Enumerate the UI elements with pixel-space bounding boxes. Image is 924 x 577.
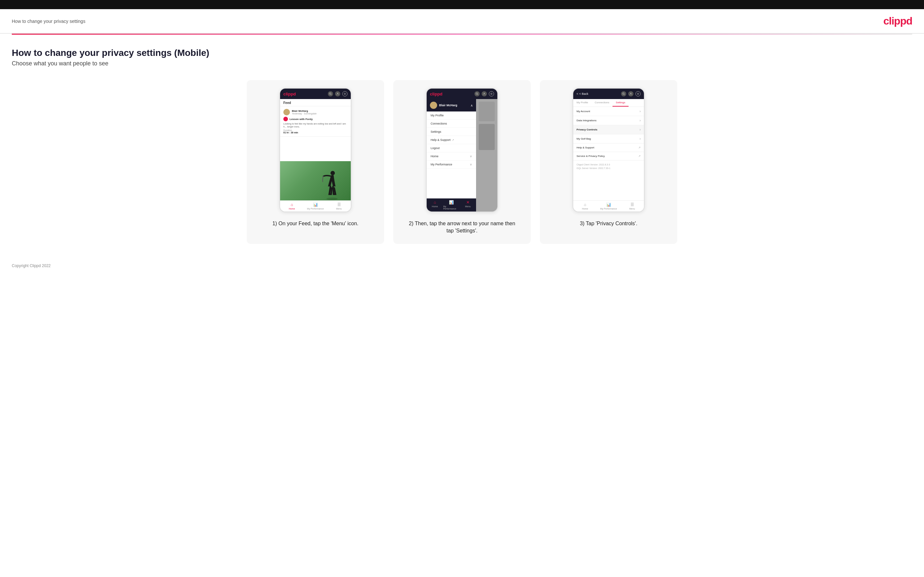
app-bar-logo-1: clippd xyxy=(283,92,296,97)
search-icon-3 xyxy=(621,91,626,97)
feed-tab: Feed xyxy=(280,99,351,106)
settings-item-dataintegrations: Data Integrations › xyxy=(573,116,644,125)
svg-point-4 xyxy=(344,93,345,94)
copyright-text: Copyright Clippd 2022 xyxy=(12,263,51,268)
step-card-3: < < Back xyxy=(540,80,677,244)
feed-lesson-title: Lesson with Fordy xyxy=(289,118,313,121)
menu-user-info: Blair McHarg xyxy=(430,102,457,109)
menu-item-logout: Logout xyxy=(426,144,476,152)
feed-duration: 01 hr : 30 min xyxy=(283,131,347,134)
logo: clippd xyxy=(884,15,912,27)
nav-menu-1: ☰ Menu xyxy=(327,202,351,210)
settings-item-serviceprivacy: Service & Privacy Policy ↗ xyxy=(573,152,644,161)
menu-nav-performance: 📊 My Performance xyxy=(443,200,459,210)
menu-label-3: Menu xyxy=(629,208,635,210)
chevron-dataintegrations: › xyxy=(640,119,641,122)
settings-bar-icons xyxy=(621,91,641,97)
page-subheading: Choose what you want people to see xyxy=(12,60,912,67)
menu-item-connections-label: Connections xyxy=(431,122,447,125)
svg-line-8 xyxy=(477,94,478,95)
back-label: < Back xyxy=(579,92,588,95)
menu-expand-arrow: ∧ xyxy=(470,104,473,107)
menu-label-1: Menu xyxy=(336,208,342,210)
steps-container: clippd Feed xyxy=(12,80,912,244)
menu-performance-icon: 📊 xyxy=(449,200,454,205)
menu-item-settings: Settings xyxy=(426,128,476,136)
menu-item-connections: Connections xyxy=(426,120,476,128)
menu-home-icon: ⌂ xyxy=(434,200,436,205)
app-bar-icons-2 xyxy=(475,91,494,97)
phone-mockup-3: < < Back xyxy=(573,88,645,212)
bottom-nav-3: ⌂ Home 📊 My Performance ☰ Menu xyxy=(573,200,644,211)
settings-item-myaccount: My Account › xyxy=(573,107,644,116)
performance-label-1: My Performance xyxy=(307,208,324,210)
menu-close-label: Menu xyxy=(465,205,471,208)
svg-point-2 xyxy=(337,93,338,94)
settings-list: My Account › Data Integrations › Privacy… xyxy=(573,107,644,200)
performance-label-3: My Performance xyxy=(600,208,617,210)
app-bar-icons-1 xyxy=(328,91,347,97)
feed-user-info: Blair McHarg Yesterday · Sunningdale xyxy=(292,110,317,115)
svg-point-5 xyxy=(331,171,335,175)
menu-user-row: Blair McHarg ∧ xyxy=(426,99,476,111)
app-bar-logo-2: clippd xyxy=(430,92,443,97)
golfer-figure xyxy=(321,169,341,200)
settings-version: Clippd Client Version: 2022.8.3-3 GQL Se… xyxy=(573,161,644,172)
menu-username: Blair McHarg xyxy=(439,104,457,107)
svg-point-11 xyxy=(491,93,492,94)
lesson-icon xyxy=(283,117,288,121)
page-heading: How to change your privacy settings (Mob… xyxy=(12,48,912,58)
header-title: How to change your privacy settings xyxy=(12,19,86,24)
feed-post: Blair McHarg Yesterday · Sunningdale Les… xyxy=(280,106,351,137)
menu-icon-3: ☰ xyxy=(630,202,634,207)
svg-line-13 xyxy=(624,94,625,95)
footer: Copyright Clippd 2022 xyxy=(0,257,924,275)
home-icon-1: ⌂ xyxy=(291,202,293,207)
home-icon-3: ⌂ xyxy=(584,202,586,207)
menu-panel: Blair McHarg ∧ My Profile Connections xyxy=(426,99,476,211)
feed-content: Blair McHarg Yesterday · Sunningdale Les… xyxy=(280,106,351,161)
menu-section-performance-label: My Performance xyxy=(431,163,452,166)
ext-icon-serviceprivacy: ↗ xyxy=(638,155,641,158)
version-line1: Clippd Client Version: 2022.8.3-3 xyxy=(577,163,641,167)
settings-item-dataintegrations-label: Data Integrations xyxy=(577,119,596,122)
home-label-1: Home xyxy=(289,208,295,210)
settings-icon-1 xyxy=(342,91,347,97)
chevron-mygolfbag: › xyxy=(640,137,641,140)
settings-tabs: My Profile Connections Settings xyxy=(573,99,644,107)
settings-item-privacycontrols: Privacy Controls › xyxy=(573,125,644,134)
svg-point-6 xyxy=(326,197,338,200)
feed-username: Blair McHarg xyxy=(292,110,317,113)
tab-settings: Settings xyxy=(612,99,628,106)
svg-point-16 xyxy=(638,93,638,94)
back-chevron-icon: < xyxy=(577,92,578,95)
gear-icon-3 xyxy=(635,91,641,97)
settings-item-helpsupport-label: Help & Support xyxy=(577,146,594,149)
menu-item-logout-label: Logout xyxy=(431,147,440,150)
phone-mockup-2: clippd xyxy=(426,88,498,212)
menu-nav-close: ✕ Menu xyxy=(460,200,476,210)
menu-close-icon: ✕ xyxy=(466,200,470,205)
menu-item-myprofile: My Profile xyxy=(426,111,476,120)
feed-user-row: Blair McHarg Yesterday · Sunningdale xyxy=(283,109,347,115)
feed-duration-label: Duration xyxy=(283,129,347,131)
user-icon-3 xyxy=(628,91,633,97)
feed-location: Yesterday · Sunningdale xyxy=(292,113,317,115)
chevron-privacycontrols: › xyxy=(640,128,641,131)
settings-item-myaccount-label: My Account xyxy=(577,110,590,113)
tab-myprofile: My Profile xyxy=(573,99,591,106)
ext-icon-helpsupport: ↗ xyxy=(638,146,641,149)
user-icon-1 xyxy=(335,91,340,97)
menu-section-performance: My Performance ∨ xyxy=(426,161,476,169)
ext-icon-help: ↗ xyxy=(452,139,454,142)
svg-line-1 xyxy=(331,94,331,95)
settings-item-mygolfbag-label: My Golf Bag xyxy=(577,137,591,140)
settings-back-bar: < < Back xyxy=(573,89,644,99)
nav-home-1: ⌂ Home xyxy=(280,202,304,210)
menu-avatar xyxy=(430,102,437,109)
menu-section-home-label: Home xyxy=(431,155,438,158)
bottom-nav-1: ⌂ Home 📊 My Performance ☰ Menu xyxy=(280,200,351,211)
nav-performance-3: 📊 My Performance xyxy=(597,202,620,210)
nav-home-3: ⌂ Home xyxy=(573,202,597,210)
menu-section-home-chevron: ∨ xyxy=(470,155,472,158)
